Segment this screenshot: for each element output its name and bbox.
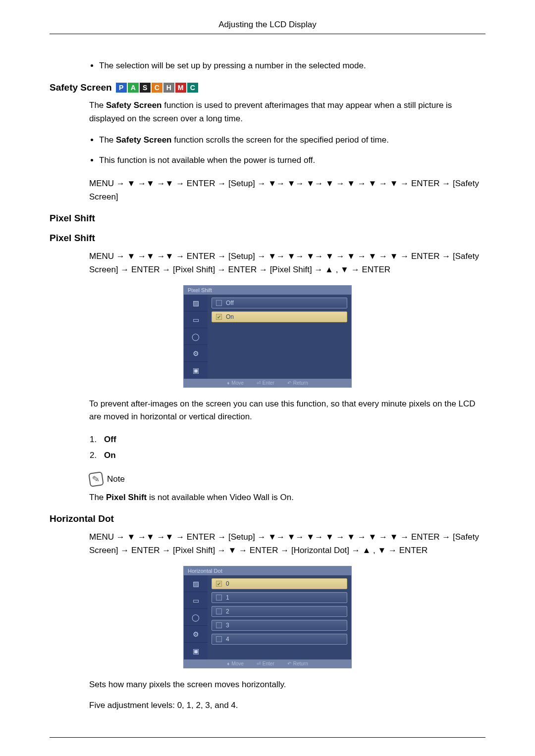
safety-screen-bullet: This function is not available when the … [99, 153, 485, 167]
section-title-horizontal-dot: Horizontal Dot [50, 513, 485, 524]
osd-nav: ▨ ▭ ◯ ⚙ ▣ [184, 575, 208, 659]
osd-option-3[interactable]: 3 [212, 620, 347, 631]
osd-footer-return: ↶ Return [287, 380, 308, 386]
safety-screen-bullets: The Safety Screen function scrolls the s… [99, 133, 485, 167]
setup-icon[interactable]: ⚙ [184, 345, 208, 362]
list-item: On [99, 448, 485, 463]
pixel-shift-desc: To prevent after-images on the screen yo… [89, 398, 485, 424]
setup-icon[interactable]: ⚙ [184, 626, 208, 643]
section-title-pixel-shift-1: Pixel Shift [50, 213, 485, 224]
horizontal-dot-desc2: Five adjustment levels: 0, 1, 2, 3, and … [89, 699, 485, 712]
note-icon: ✎ [88, 471, 104, 487]
pixel-shift-menu-path: MENU → ▼ →▼ →▼ → ENTER → [Setup] → ▼→ ▼→… [89, 250, 485, 276]
osd-option-0[interactable]: ✔ 0 [212, 578, 347, 589]
osd-title: Horizontal Dot [184, 566, 351, 575]
horizontal-dot-desc1: Sets how many pixels the screen moves ho… [89, 678, 485, 691]
osd-content: Off ✔ On [208, 295, 351, 379]
channel-icon[interactable]: ◯ [184, 609, 208, 626]
picture-icon[interactable]: ▨ [184, 295, 208, 311]
osd-option-2[interactable]: 2 [212, 606, 347, 617]
osd-footer: ♦ Move ⏎ Enter ↶ Return [184, 659, 351, 668]
safety-screen-bullet: The Safety Screen function scrolls the s… [99, 133, 485, 147]
section-title-pixel-shift-2: Pixel Shift [50, 233, 485, 244]
osd-option-off[interactable]: Off [212, 298, 347, 308]
sound-icon[interactable]: ▭ [184, 311, 208, 328]
osd-footer-enter: ⏎ Enter [257, 661, 274, 666]
mode-badge-a: A [128, 83, 139, 93]
osd-option-4[interactable]: 4 [212, 634, 347, 645]
safety-screen-title: Safety Screen [50, 82, 112, 93]
osd-option-1[interactable]: 1 [212, 592, 347, 603]
osd-option-on[interactable]: ✔ On [212, 311, 347, 322]
mode-badge-c: C [152, 83, 162, 93]
osd-footer-move: ♦ Move [227, 661, 244, 666]
osd-footer: ♦ Move ⏎ Enter ↶ Return [184, 379, 351, 387]
osd-pixel-shift: Pixel Shift ▨ ▭ ◯ ⚙ ▣ Off ✔ On [183, 285, 352, 388]
checkbox-icon [216, 622, 222, 628]
osd-footer-move: ♦ Move [227, 380, 244, 386]
checkbox-icon: ✔ [216, 314, 222, 320]
checkbox-icon [216, 300, 222, 306]
list-item: Off [99, 432, 485, 448]
input-icon[interactable]: ▣ [184, 643, 208, 659]
section-title-safety-screen: Safety Screen P A S C H M C [50, 82, 485, 93]
checkbox-icon: ✔ [216, 581, 222, 587]
note-label: Note [107, 474, 125, 484]
checkbox-icon [216, 636, 222, 642]
safety-screen-menu-path: MENU → ▼ →▼ →▼ → ENTER → [Setup] → ▼→ ▼→… [89, 177, 485, 203]
mode-badge-p: P [116, 83, 127, 93]
osd-nav: ▨ ▭ ◯ ⚙ ▣ [184, 295, 208, 379]
intro-bullets: The selection will be set up by pressing… [99, 59, 485, 72]
channel-icon[interactable]: ◯ [184, 328, 208, 345]
osd-content: ✔ 0 1 2 3 [208, 575, 351, 659]
osd-footer-enter: ⏎ Enter [257, 380, 274, 386]
osd-horizontal-dot: Horizontal Dot ▨ ▭ ◯ ⚙ ▣ ✔ 0 1 [183, 566, 352, 668]
checkbox-icon [216, 608, 222, 614]
pixel-shift-options-list: Off On [99, 432, 485, 464]
horizontal-dot-menu-path: MENU → ▼ →▼ →▼ → ENTER → [Setup] → ▼→ ▼→… [89, 530, 485, 557]
mode-badge-h: H [163, 83, 174, 93]
input-icon[interactable]: ▣ [184, 362, 208, 379]
mode-badges: P A S C H M C [116, 83, 198, 93]
safety-screen-desc: The Safety Screen function is used to pr… [89, 99, 485, 125]
footer-rule [50, 737, 485, 738]
note-text: The Pixel Shift is not available when Vi… [89, 491, 485, 504]
picture-icon[interactable]: ▨ [184, 575, 208, 592]
mode-badge-c2: C [187, 83, 198, 93]
osd-title: Pixel Shift [184, 286, 351, 295]
osd-footer-return: ↶ Return [287, 661, 308, 666]
page-header: Adjusting the LCD Display [50, 20, 485, 34]
intro-bullet: The selection will be set up by pressing… [99, 59, 485, 72]
note: ✎ Note [89, 472, 485, 486]
checkbox-icon [216, 595, 222, 601]
mode-badge-m: M [175, 83, 186, 93]
mode-badge-s: S [140, 83, 151, 93]
sound-icon[interactable]: ▭ [184, 592, 208, 609]
